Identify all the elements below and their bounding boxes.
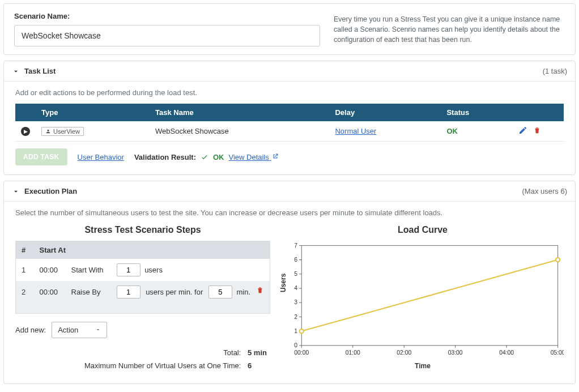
svg-text:02:00: 02:00 — [397, 349, 411, 355]
task-list-count: (1 task) — [543, 67, 567, 75]
scenario-name-input[interactable] — [14, 25, 320, 46]
userview-badge[interactable]: UserView — [41, 127, 84, 136]
scenario-name-label: Scenario Name: — [14, 12, 320, 20]
task-list-subtitle: Add or edit actions to be performed duri… — [4, 82, 575, 104]
add-new-select[interactable]: Action — [52, 322, 107, 338]
max-users-value: 6 — [248, 359, 270, 372]
step-row: 2 00:00 Raise By users per min. for min. — [16, 281, 270, 303]
task-list-title: Task List — [24, 67, 56, 75]
task-list-header[interactable]: Task List (1 task) — [4, 61, 575, 82]
task-table: Type Task Name Delay Status ▶ UserView W… — [15, 104, 564, 142]
svg-text:4: 4 — [294, 285, 297, 291]
edit-button[interactable] — [518, 126, 527, 137]
external-link-icon — [272, 153, 279, 160]
add-task-button[interactable]: ADD TASK — [15, 148, 67, 165]
col-delay: Delay — [329, 104, 441, 121]
add-new-selected: Action — [58, 326, 78, 334]
col-status: Status — [441, 104, 513, 121]
execution-plan-meta: (Max users 6) — [522, 187, 567, 195]
task-list-panel: Task List (1 task) Add or edit actions t… — [3, 61, 576, 175]
svg-point-30 — [556, 258, 560, 262]
svg-text:7: 7 — [294, 242, 297, 248]
badge-label: UserView — [53, 128, 80, 135]
load-curve-title: Load Curve — [282, 225, 564, 235]
task-name-cell: WebSocket Showcase — [150, 121, 329, 142]
svg-text:04:00: 04:00 — [499, 349, 514, 355]
col-start-at: Start At — [34, 241, 270, 259]
caret-down-icon — [95, 327, 101, 333]
svg-text:05:00: 05:00 — [551, 349, 564, 355]
delete-step-button[interactable] — [256, 286, 264, 296]
svg-text:00:00: 00:00 — [294, 349, 309, 355]
total-label: Total: — [223, 346, 241, 359]
delay-link[interactable]: Normal User — [335, 127, 376, 135]
step-suffix: users — [144, 266, 163, 274]
step-suffix: min. — [237, 288, 251, 296]
chevron-down-icon — [12, 188, 20, 195]
step-row: 1 00:00 Start With users — [16, 259, 270, 281]
start-with-input[interactable] — [117, 263, 141, 276]
row-expand-button[interactable]: ▶ — [21, 127, 30, 136]
execution-plan-header[interactable]: Execution Plan (Max users 6) — [4, 181, 575, 202]
raise-by-input[interactable] — [117, 286, 141, 299]
svg-text:1: 1 — [294, 328, 297, 334]
trash-icon — [256, 286, 264, 295]
delete-button[interactable] — [533, 126, 541, 137]
add-new-label: Add new: — [15, 326, 46, 334]
user-icon — [45, 129, 51, 134]
max-users-label: Maximum Number of Virtual Users at One T… — [84, 359, 241, 372]
execution-plan-subtitle: Select the number of simultaneous users … — [4, 202, 575, 225]
svg-text:01:00: 01:00 — [346, 349, 360, 355]
load-curve-chart: Users 0123456700:0001:0002:0003:0004:000… — [282, 241, 564, 360]
total-value: 5 min — [248, 346, 270, 359]
validation-status: OK — [213, 153, 224, 161]
y-axis-label: Users — [279, 274, 287, 292]
step-suffix: users per min. for — [146, 288, 203, 296]
x-axis-label: Time — [282, 362, 564, 370]
col-step-num: # — [16, 241, 34, 259]
svg-text:03:00: 03:00 — [448, 349, 463, 355]
trash-icon — [533, 126, 541, 135]
svg-text:5: 5 — [294, 271, 297, 277]
execution-plan-panel: Execution Plan (Max users 6) Select the … — [3, 181, 576, 384]
for-minutes-input[interactable] — [208, 286, 232, 299]
scenario-panel: Scenario Name: Every time you run a Stre… — [3, 3, 576, 55]
chevron-down-icon — [12, 67, 20, 75]
svg-text:0: 0 — [294, 342, 297, 348]
svg-text:2: 2 — [294, 313, 297, 319]
table-row: ▶ UserView WebSocket Showcase Normal Use… — [15, 121, 564, 142]
user-behavior-link[interactable]: User Behavior — [78, 153, 124, 161]
execution-plan-title: Execution Plan — [24, 187, 77, 195]
svg-text:6: 6 — [294, 257, 297, 263]
status-ok: OK — [446, 127, 458, 135]
validation-label: Validation Result: — [134, 153, 196, 161]
scenario-help-text: Every time you run a Stress Test you can… — [334, 12, 565, 45]
view-details-link[interactable]: View Details — [228, 153, 279, 161]
col-type: Type — [36, 104, 150, 121]
steps-table: # Start At 1 00:00 Start With users — [15, 241, 270, 314]
steps-title: Stress Test Scenario Steps — [15, 225, 270, 235]
col-taskname: Task Name — [150, 104, 329, 121]
svg-point-29 — [300, 329, 304, 333]
pencil-icon — [518, 126, 527, 135]
check-icon — [201, 153, 208, 161]
svg-text:3: 3 — [294, 299, 297, 305]
